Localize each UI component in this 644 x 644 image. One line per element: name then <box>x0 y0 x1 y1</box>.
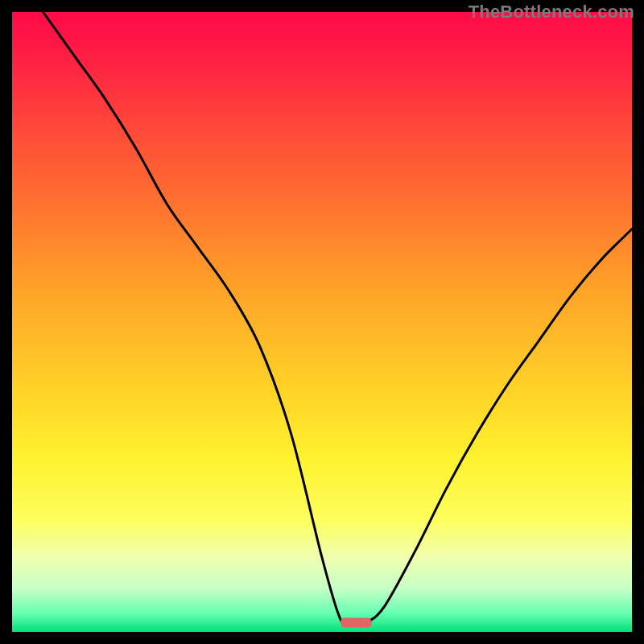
bottleneck-chart <box>12 12 632 632</box>
chart-frame: TheBottleneck.com <box>0 0 644 644</box>
gradient-background <box>12 12 632 632</box>
watermark-text: TheBottleneck.com <box>469 2 634 23</box>
minimum-marker <box>341 617 372 627</box>
plot-area <box>12 12 632 632</box>
